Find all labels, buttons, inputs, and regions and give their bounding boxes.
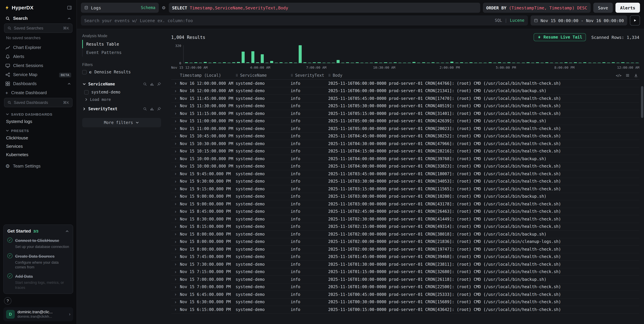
row-expand-icon[interactable]: › [171, 119, 180, 124]
table-row[interactable]: ›Nov 15 7:45:00.000 PMsystemd-demoinfo20… [171, 253, 639, 261]
chevron-up-icon[interactable] [67, 82, 71, 86]
row-expand-icon[interactable]: › [171, 292, 180, 297]
sidebar-item-systemd-logs[interactable]: Systemd logs [3, 117, 73, 126]
table-row[interactable]: ›Nov 15 10:45:00.000 PMsystemd-demoinfo2… [171, 133, 639, 140]
table-row[interactable]: ›Nov 15 7:00:00.000 PMsystemd-demoinfo20… [171, 283, 639, 291]
date-range-picker[interactable]: Nov 15 00:00:00 - Nov 16 00:00:00 [530, 15, 627, 25]
create-dashboard-button[interactable]: + Create Dashboard [3, 88, 73, 97]
table-row[interactable]: ›Nov 15 8:00:00.000 PMsystemd-demoinfo20… [171, 230, 639, 238]
sidebar-item-client-sessions[interactable]: Client Sessions [3, 61, 73, 70]
row-expand-icon[interactable]: › [171, 277, 180, 282]
row-expand-icon[interactable]: › [171, 126, 180, 131]
facet-severitytext-header[interactable]: SeverityText [82, 105, 161, 113]
table-row[interactable]: ›Nov 16 12:00:00.000 AMsystemd-demoinfo2… [171, 87, 639, 95]
facet-chart-icon[interactable] [150, 107, 154, 111]
table-row[interactable]: ›Nov 15 9:15:00.000 PMsystemd-demoinfo20… [171, 185, 639, 193]
row-expand-icon[interactable]: › [171, 96, 180, 101]
facet-search-icon[interactable] [143, 82, 147, 86]
table-row[interactable]: ›Nov 15 9:00:00.000 PMsystemd-demoinfo20… [171, 193, 639, 200]
sidebar-item-clickhouse[interactable]: ClickHouse [3, 134, 73, 142]
row-expand-icon[interactable]: › [171, 307, 180, 312]
sidebar-item-search[interactable]: Search [3, 14, 73, 23]
table-row[interactable]: ›Nov 15 10:30:00.000 PMsystemd-demoinfo2… [171, 140, 639, 148]
row-expand-icon[interactable]: › [171, 224, 180, 229]
source-settings-gear-icon[interactable]: ⚙ [162, 5, 166, 10]
orderby-input[interactable]: ORDER BY (TimestampTime, Timestamp) DESC [483, 3, 590, 13]
facet-pin-icon[interactable] [157, 107, 161, 111]
code-view-icon[interactable]: </> [616, 73, 621, 77]
table-row[interactable]: ›Nov 15 8:00:00.000 PMsystemd-demoinfo20… [171, 246, 639, 253]
table-row[interactable]: ›Nov 15 8:45:00.000 PMsystemd-demoinfo20… [171, 208, 639, 215]
row-density-icon[interactable] [626, 73, 630, 77]
alerts-button[interactable]: Alerts [616, 3, 640, 13]
table-row[interactable]: ›Nov 15 9:00:00.000 PMsystemd-demoinfo20… [171, 200, 639, 208]
schema-link[interactable]: Schema [141, 5, 156, 10]
denoise-toggle[interactable]: ◐ Denoise Results [82, 70, 161, 74]
row-expand-icon[interactable]: › [171, 285, 180, 290]
resume-live-tail-button[interactable]: Resume Live Tail [534, 33, 586, 41]
download-icon[interactable] [634, 73, 638, 77]
facet-value-systemd-demo[interactable]: systemd-demo [82, 88, 161, 96]
row-expand-icon[interactable]: › [171, 88, 180, 94]
sidebar-item-services[interactable]: Services [3, 142, 73, 151]
table-row[interactable]: ›Nov 15 7:15:00.000 PMsystemd-demoinfo20… [171, 268, 639, 276]
drag-handle-icon[interactable]: ⠿ [236, 74, 238, 77]
load-more-button[interactable]: Load more [82, 96, 161, 105]
row-expand-icon[interactable]: › [171, 179, 180, 184]
table-row[interactable]: ›Nov 15 6:45:00.000 PMsystemd-demoinfo20… [171, 291, 639, 298]
table-row[interactable]: ›Nov 15 11:30:00.000 PMsystemd-demoinfo2… [171, 102, 639, 110]
drag-handle-icon[interactable]: ⠿ [290, 74, 293, 77]
drag-handle-icon[interactable]: ⠿ [328, 74, 331, 77]
row-expand-icon[interactable]: › [171, 269, 180, 274]
table-row[interactable]: ›Nov 15 8:30:00.000 PMsystemd-demoinfo20… [171, 215, 639, 223]
row-expand-icon[interactable]: › [171, 111, 180, 116]
row-expand-icon[interactable]: › [171, 134, 180, 139]
sidebar-item-team-settings[interactable]: ⚙ Team Settings [3, 162, 73, 170]
table-row[interactable]: ›Nov 15 10:15:00.000 PMsystemd-demoinfo2… [171, 148, 639, 155]
mode-toggle-sql[interactable]: SQL [495, 18, 502, 23]
sidebar-item-service-map[interactable]: Service Map BETA [3, 70, 73, 79]
row-expand-icon[interactable]: › [171, 247, 180, 252]
mode-toggle-lucene[interactable]: Lucene [510, 18, 524, 23]
facet-servicename-header[interactable]: ServiceName [82, 80, 161, 88]
table-row[interactable]: ›Nov 15 11:15:00.000 PMsystemd-demoinfo2… [171, 110, 639, 117]
row-expand-icon[interactable]: › [171, 81, 180, 86]
event-search-input[interactable] [84, 18, 492, 23]
table-row[interactable]: ›Nov 16 12:00:00.000 AMsystemd-demoinfo2… [171, 80, 639, 87]
table-row[interactable]: ›Nov 15 7:30:00.000 PMsystemd-demoinfo20… [171, 261, 639, 268]
table-row[interactable]: ›Nov 15 8:00:00.000 PMsystemd-demoinfo20… [171, 238, 639, 246]
table-row[interactable]: ›Nov 15 10:00:00.000 PMsystemd-demoinfo2… [171, 163, 639, 170]
table-row[interactable]: ›Nov 15 11:00:00.000 PMsystemd-demoinfo2… [171, 117, 639, 125]
table-row[interactable]: ›Nov 15 11:45:00.000 PMsystemd-demoinfo2… [171, 95, 639, 102]
vertical-scrollbar-thumb[interactable] [641, 86, 643, 118]
row-expand-icon[interactable]: › [171, 239, 180, 244]
table-row[interactable]: ›Nov 15 7:00:00.000 PMsystemd-demoinfo20… [171, 276, 639, 283]
source-selector[interactable]: Logs Schema [81, 3, 159, 13]
chevron-up-icon[interactable] [65, 229, 69, 233]
row-expand-icon[interactable]: › [171, 262, 180, 267]
saved-dashboards-section-header[interactable]: SAVED DASHBOARDS [3, 109, 73, 117]
row-expand-icon[interactable]: › [171, 232, 180, 237]
help-button[interactable]: ? [4, 297, 12, 305]
saved-dashboards-input[interactable]: Saved Dashboards ⌘K [4, 98, 72, 107]
saved-searches-input[interactable]: Saved Searches ⌘K [4, 23, 72, 33]
row-expand-icon[interactable]: › [171, 149, 180, 154]
analysis-mode-results-table[interactable]: Results Table [82, 40, 161, 48]
table-row[interactable]: ›Nov 15 9:45:00.000 PMsystemd-demoinfo20… [171, 170, 639, 178]
row-expand-icon[interactable]: › [171, 300, 180, 305]
table-row[interactable]: ›Nov 15 8:15:00.000 PMsystemd-demoinfo20… [171, 223, 639, 230]
row-expand-icon[interactable]: › [171, 164, 180, 169]
facet-value-checkbox[interactable] [84, 90, 88, 94]
table-row[interactable]: ›Nov 15 11:00:00.000 PMsystemd-demoinfo2… [171, 125, 639, 133]
get-started-step[interactable]: ✓ Create Data Sources Configure where yo… [8, 253, 69, 270]
get-started-step[interactable]: ✓ Connect to ClickHouse Set up your data… [8, 237, 69, 249]
row-expand-icon[interactable]: › [171, 156, 180, 161]
user-menu[interactable]: D dominic.tran@clic... dominic.tran@clic… [3, 307, 73, 321]
row-expand-icon[interactable]: › [171, 186, 180, 191]
row-expand-icon[interactable]: › [171, 171, 180, 176]
column-header-timestamp[interactable]: Timestamp (Local) [180, 73, 236, 78]
table-row[interactable]: ›Nov 15 6:30:00.000 PMsystemd-demoinfo20… [171, 298, 639, 306]
facet-chart-icon[interactable] [150, 82, 154, 86]
table-row[interactable]: ›Nov 15 6:15:00.000 PMsystemd-demoinfo20… [171, 306, 639, 314]
run-query-button[interactable] [630, 15, 640, 25]
